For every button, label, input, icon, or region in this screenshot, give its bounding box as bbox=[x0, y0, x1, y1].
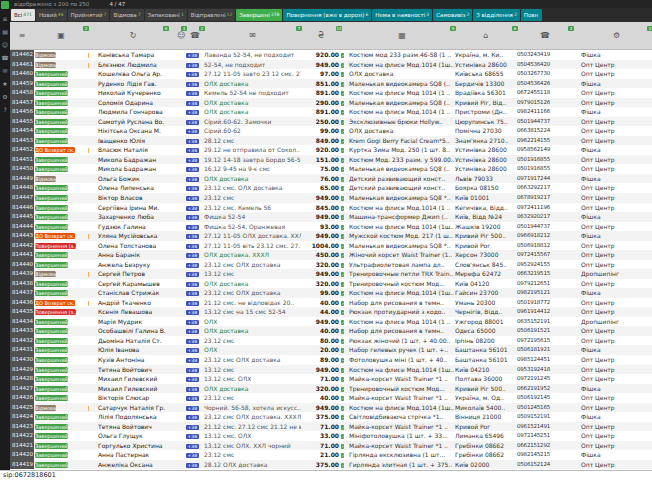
phone-number[interactable]: 0662191952 bbox=[517, 384, 573, 394]
table-row[interactable]: 814435 Повернення (з.. Ксенія Левашова +… bbox=[10, 307, 652, 317]
customer-name[interactable]: Тетяна Войтович bbox=[98, 422, 168, 432]
customer-name[interactable]: Сергей Петров bbox=[98, 269, 168, 279]
tab-10[interactable]: З відділення2 bbox=[473, 9, 519, 21]
status-badge[interactable]: Завершений bbox=[35, 328, 68, 334]
table-row[interactable]: 814437 Завершений Станіслав Стрижак +38 … bbox=[10, 288, 652, 298]
phone-number[interactable]: 0504536426 bbox=[517, 79, 573, 89]
table-row[interactable]: 814460 Завершений Кошелєва Ольга Ар. +38… bbox=[10, 69, 652, 79]
phone-number[interactable]: 0972191245 bbox=[517, 374, 573, 384]
customer-name[interactable]: Канівська Тамара bbox=[98, 50, 168, 60]
status-badge[interactable]: Завершений bbox=[35, 281, 68, 287]
customer-name[interactable]: Ольга Божик bbox=[98, 174, 168, 184]
phone-number[interactable]: 0972415567 bbox=[517, 250, 573, 260]
table-row[interactable]: 814421 Завершений Горгулько Христина +38… bbox=[10, 441, 652, 451]
phone-number[interactable]: 0501918772 bbox=[517, 298, 573, 308]
phone-number[interactable]: 0678919217 bbox=[517, 193, 573, 203]
customer-name[interactable]: Кузів Антоніна bbox=[98, 355, 168, 365]
table-row[interactable]: 814427 Завершений Михаил Гилевский +38 О… bbox=[10, 384, 652, 394]
status-badge[interactable]: Завершений bbox=[35, 71, 68, 77]
customer-name[interactable]: Андрій Ткаченко bbox=[98, 298, 168, 308]
phone-number[interactable]: 0663219515 bbox=[517, 269, 573, 279]
phone-number[interactable]: 0662151292 bbox=[517, 441, 573, 451]
table-row[interactable]: 814438 Завершений Сергей Карамышев +38 О… bbox=[10, 279, 652, 289]
customer-name[interactable]: Анна Баранік bbox=[98, 250, 168, 260]
status-badge[interactable]: Відмова bbox=[35, 62, 56, 68]
orders-icon[interactable]: ▤ bbox=[2, 29, 8, 35]
refresh-icon[interactable]: ↻ bbox=[130, 31, 137, 40]
table-row[interactable]: 814428 Завершений Михаил Гилевский +38 1… bbox=[10, 374, 652, 384]
table-row[interactable]: 814457 Завершений Соломія Одарина +38 ОЛ… bbox=[10, 98, 652, 108]
phone-number[interactable]: 0961914412 bbox=[517, 307, 573, 317]
app-logo[interactable] bbox=[1, 1, 9, 9]
status-badge[interactable]: Завершений bbox=[35, 90, 68, 96]
phone-column-icon[interactable]: ☎ bbox=[540, 31, 550, 40]
status-badge[interactable]: Завершений bbox=[35, 433, 68, 439]
status-badge[interactable]: Завершений bbox=[35, 185, 68, 191]
tab-9[interactable]: Самовивіз2 bbox=[433, 9, 472, 21]
tab-3[interactable]: Відмова7 bbox=[110, 9, 143, 21]
phone-number[interactable]: 0982195121 bbox=[517, 288, 573, 298]
table-row[interactable]: 814452 ДО Возврат ск. Власюк Наталія +38… bbox=[10, 145, 652, 155]
phone-number[interactable]: 0506192145 bbox=[517, 393, 573, 403]
customer-name[interactable]: Марія Мудрик bbox=[98, 317, 168, 327]
status-badge[interactable]: Завершений bbox=[35, 424, 68, 430]
table-row[interactable]: 814458 Завершений Николай Кучеренко +38 … bbox=[10, 88, 652, 98]
phone-number[interactable]: 0501916855 bbox=[517, 164, 573, 174]
customer-name[interactable]: Власюк Наталія bbox=[98, 145, 168, 155]
table-row[interactable]: 814419 Завершений Анжеліка Оксана +38 28… bbox=[10, 460, 652, 470]
customer-name[interactable]: Микола Бадражан bbox=[98, 164, 168, 174]
customer-name[interactable]: Станіслав Стрижак bbox=[98, 288, 168, 298]
table-row[interactable]: 814454 Завершений Нікітська Оксана М. +3… bbox=[10, 126, 652, 136]
status-badge[interactable]: Повернення (з.. bbox=[35, 243, 76, 249]
customer-name[interactable]: Михаил Гилевский bbox=[98, 374, 168, 384]
status-badge[interactable]: Завершений bbox=[35, 128, 68, 134]
customer-name[interactable]: Вікторія Слюсар bbox=[98, 393, 168, 403]
status-badge[interactable]: Завершений bbox=[35, 119, 68, 125]
table-row[interactable]: 814431 Завершений Юлія Іванова +38 ОЛХ 2… bbox=[10, 345, 652, 355]
customer-name[interactable]: Віктор Власов bbox=[98, 193, 168, 203]
help-icon[interactable]: ? bbox=[3, 107, 6, 113]
phone-number[interactable]: 0972195615 bbox=[517, 336, 573, 346]
phone-number[interactable]: 0504536420 bbox=[517, 60, 573, 70]
customer-name[interactable]: Кошелєва Ольга Ар. bbox=[98, 69, 168, 79]
table-row[interactable]: 814433 Завершений Особашвілі Галина В. +… bbox=[10, 326, 652, 336]
table-row[interactable]: 814422 Завершений Ольга Глущук +38 13.12… bbox=[10, 431, 652, 441]
phone-number[interactable]: 0972411196 bbox=[517, 203, 573, 213]
status-badge[interactable]: Повернення (з.. bbox=[35, 309, 76, 315]
status-badge[interactable]: Завершений bbox=[35, 414, 68, 420]
customer-name[interactable]: Юлія Іванова bbox=[98, 345, 168, 355]
status-badge[interactable]: Завершений bbox=[35, 262, 68, 268]
table-row[interactable]: 814449 Відмова Ольга Божик +38 ОЛХ доста… bbox=[10, 174, 652, 184]
table-row[interactable]: 814443 ДО Возврат ск. Уляна Мусійовська … bbox=[10, 231, 652, 241]
phone-number[interactable]: 0503243419 bbox=[517, 50, 573, 60]
status-badge[interactable]: ДО Возврат ск. bbox=[35, 147, 75, 153]
customer-name[interactable]: Ольга Глущук bbox=[98, 431, 168, 441]
status-badge[interactable]: Завершений bbox=[35, 224, 68, 230]
phone-number[interactable]: 0966918212 bbox=[517, 231, 573, 241]
phone-number[interactable]: 0506191521 bbox=[517, 326, 573, 336]
table-row[interactable]: 814429 Завершений Тетяна Войтович +38 13… bbox=[10, 365, 652, 375]
table-row[interactable]: 814445 Завершений Захарченко Люба +38 Фи… bbox=[10, 212, 652, 222]
table-row[interactable]: 814459 Завершений Руденко Лідія Гав. +38… bbox=[10, 79, 652, 89]
phone-number[interactable]: 0501944737 bbox=[517, 117, 573, 127]
tab-0[interactable]: Всі471 bbox=[11, 9, 35, 21]
table-row[interactable]: 814424 Завершений Лілія Подолянська +38 … bbox=[10, 412, 652, 422]
table-row[interactable]: 814436 ДО Возврат ск. Андрій Ткаченко +3… bbox=[10, 298, 652, 308]
status-badge[interactable]: Завершений bbox=[35, 338, 68, 344]
table-row[interactable]: 814455 Завершений Самотуй Руслана Во. +3… bbox=[10, 117, 652, 127]
messages-icon[interactable]: ✉ bbox=[2, 68, 7, 74]
tab-5[interactable]: Відправлені12 bbox=[188, 9, 236, 21]
phone-number[interactable]: 0958562149 bbox=[517, 145, 573, 155]
phone-number[interactable]: 0501245165 bbox=[517, 403, 573, 413]
tab-7[interactable]: Повернення (вже в дорозі)6 bbox=[283, 9, 371, 21]
customer-name[interactable]: Захарченко Люба bbox=[98, 212, 168, 222]
phone-number[interactable]: 0501916855 bbox=[517, 155, 573, 165]
phone-number[interactable]: 0663815224 bbox=[517, 126, 573, 136]
phone-icon[interactable]: ☎ bbox=[190, 31, 200, 40]
customer-name[interactable]: Олена Толстанова bbox=[98, 241, 168, 251]
customer-name[interactable]: Лілія Подолянська bbox=[98, 412, 168, 422]
status-badge[interactable]: ДО Возврат ск. bbox=[35, 233, 75, 239]
phone-number[interactable]: 0971917244 bbox=[517, 174, 573, 184]
customer-name[interactable]: Людмила Гончарова bbox=[98, 107, 168, 117]
status-badge[interactable]: Завершений bbox=[35, 138, 68, 144]
